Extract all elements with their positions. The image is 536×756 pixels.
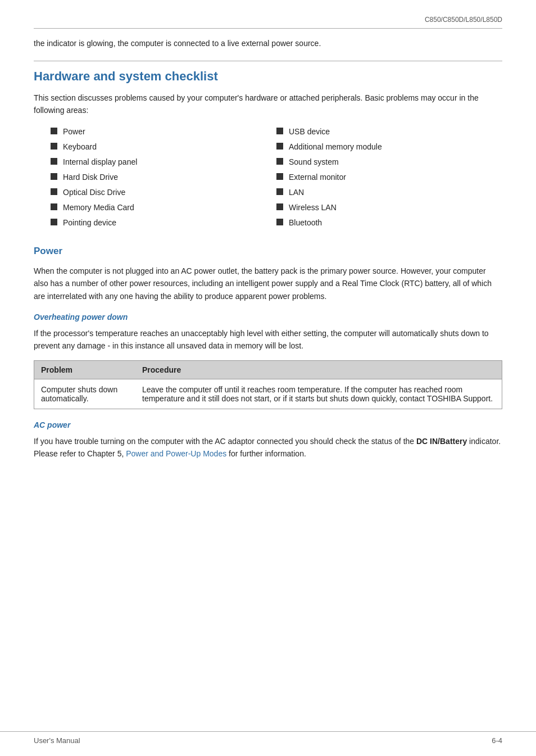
bullet-icon	[276, 143, 283, 150]
power-body: When the computer is not plugged into an…	[34, 265, 502, 302]
intro-paragraph: the indicator is glowing, the computer i…	[34, 38, 502, 49]
list-item: Additional memory module	[276, 141, 502, 153]
table-cell-procedure: Leave the computer off until it reaches …	[135, 379, 502, 409]
power-section-title: Power	[34, 246, 502, 257]
list-item-label: Sound system	[289, 156, 339, 168]
bullet-icon	[276, 219, 283, 225]
bullet-icon	[51, 173, 57, 180]
list-item-label: Power	[63, 126, 85, 138]
overheating-title: Overheating power down	[34, 313, 502, 322]
bullet-icon	[51, 219, 57, 225]
page-header: C850/C850D/L850/L850D	[34, 11, 502, 29]
list-item: Sound system	[276, 156, 502, 168]
separator	[34, 61, 502, 61]
list-item-label: Wireless LAN	[289, 202, 337, 214]
list-item: Power	[51, 126, 276, 138]
list-item-label: USB device	[289, 126, 330, 138]
list-item-label: Bluetooth	[289, 217, 322, 229]
list-item-label: Keyboard	[63, 141, 97, 153]
list-item-label: Internal display panel	[63, 156, 137, 168]
list-item: Bluetooth	[276, 217, 502, 229]
model-label: C850/C850D/L850/L850D	[425, 16, 502, 24]
ac-power-title: AC power	[34, 420, 502, 429]
bullet-icon	[276, 173, 283, 180]
bullet-icon	[51, 128, 57, 134]
list-item-label: Additional memory module	[289, 141, 382, 153]
ac-power-body: If you have trouble turning on the compu…	[34, 435, 502, 460]
list-item: Memory Media Card	[51, 202, 276, 214]
ac-power-body-end: for further information.	[226, 449, 306, 458]
list-item-label: Hard Disk Drive	[63, 171, 118, 183]
list-item-label: LAN	[289, 187, 304, 198]
overheating-body: If the processor's temperature reaches a…	[34, 327, 502, 352]
table-cell-problem: Computer shuts down automatically.	[34, 379, 135, 409]
checklist-area: PowerKeyboardInternal display panelHard …	[51, 126, 502, 232]
list-item-label: Memory Media Card	[63, 202, 134, 214]
list-item: Pointing device	[51, 217, 276, 229]
footer-left: User's Manual	[34, 736, 80, 745]
list-item: Internal display panel	[51, 156, 276, 168]
list-item: LAN	[276, 187, 502, 198]
bullet-icon	[51, 203, 57, 210]
list-item: Keyboard	[51, 141, 276, 153]
list-item-label: External monitor	[289, 171, 346, 183]
ac-power-body-start: If you have trouble turning on the compu…	[34, 437, 416, 446]
table-col2-header: Procedure	[135, 361, 502, 379]
list-item: USB device	[276, 126, 502, 138]
list-item: Wireless LAN	[276, 202, 502, 214]
checklist-left-col: PowerKeyboardInternal display panelHard …	[51, 126, 276, 232]
page-footer: User's Manual 6-4	[0, 731, 536, 745]
table-col1-header: Problem	[34, 361, 135, 379]
list-item-label: Optical Disc Drive	[63, 187, 125, 198]
bullet-icon	[276, 128, 283, 134]
hardware-section-title: Hardware and system checklist	[34, 69, 502, 84]
bullet-icon	[51, 143, 57, 150]
list-item: External monitor	[276, 171, 502, 183]
list-item: Optical Disc Drive	[51, 187, 276, 198]
bullet-icon	[51, 188, 57, 195]
checklist-right-col: USB deviceAdditional memory moduleSound …	[276, 126, 502, 232]
bullet-icon	[276, 203, 283, 210]
dc-in-battery-bold: DC IN/Battery	[416, 437, 467, 446]
bullet-icon	[51, 158, 57, 165]
bullet-icon	[276, 188, 283, 195]
footer-right: 6-4	[492, 736, 502, 745]
table-row: Computer shuts down automatically.Leave …	[34, 379, 502, 409]
overheating-table: Problem Procedure Computer shuts down au…	[34, 360, 502, 409]
bullet-icon	[276, 158, 283, 165]
hardware-description: This section discusses problems caused b…	[34, 92, 502, 117]
list-item: Hard Disk Drive	[51, 171, 276, 183]
list-item-label: Pointing device	[63, 217, 116, 229]
power-modes-link[interactable]: Power and Power-Up Modes	[126, 449, 226, 458]
